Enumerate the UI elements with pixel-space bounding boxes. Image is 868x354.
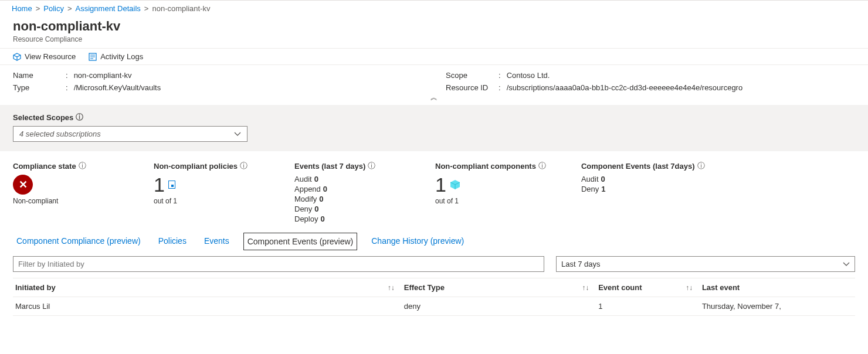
filter-period-value: Last 7 days: [561, 260, 601, 268]
stat-events7-header: Events (last 7 days): [294, 162, 365, 171]
td-effect-type: deny: [402, 297, 596, 315]
sort-icon: ↑↓: [388, 284, 395, 292]
component-cube-icon: [450, 179, 460, 190]
property-name-label: Name: [13, 71, 60, 80]
stat-events-7days: Events (last 7 days) ⓘ Audit0 Append0 Mo…: [294, 161, 400, 224]
stat-components-sub: out of 1: [435, 197, 546, 205]
stat-policies-header: Non-compliant policies: [154, 162, 238, 171]
filter-period-dropdown[interactable]: Last 7 days: [556, 256, 855, 272]
stat-components-value: 1: [435, 175, 446, 195]
property-type-value: /Microsoft.KeyVault/vaults: [74, 83, 161, 92]
chevron-down-icon: [234, 132, 241, 137]
stat-compliance-status: Non-compliant: [13, 197, 118, 205]
property-resource-id: Resource ID : /subscriptions/aaaa0a0a-bb…: [446, 83, 855, 92]
stat-policies-sub: out of 1: [154, 197, 259, 205]
property-name: Name : non-compliant-kv: [13, 71, 422, 80]
filter-initiated-by-input[interactable]: [13, 256, 544, 272]
stat-policies-value: 1: [154, 175, 165, 195]
title-block: non-compliant-kv Resource Compliance: [0, 16, 868, 48]
view-resource-button[interactable]: View Resource: [13, 52, 76, 61]
action-bar: View Resource Activity Logs: [0, 48, 868, 65]
info-icon[interactable]: ⓘ: [368, 161, 375, 171]
property-type: Type : /Microsoft.KeyVault/vaults: [13, 83, 422, 92]
stat-compliance-state: Compliance state ⓘ Non-compliant: [13, 161, 118, 224]
property-scope-value: Contoso Ltd.: [507, 71, 550, 80]
filter-row: Last 7 days: [0, 250, 868, 278]
selected-scopes-panel: Selected Scopes ⓘ 4 selected subscriptio…: [0, 105, 868, 151]
breadcrumb-policy[interactable]: Policy: [43, 4, 64, 13]
th-effect-type[interactable]: Effect Type↑↓: [402, 278, 596, 297]
info-icon[interactable]: ⓘ: [76, 112, 83, 122]
selected-scopes-value: 4 selected subscriptions: [19, 130, 101, 138]
stat-component-events-7days: Component Events (last 7days) ⓘ Audit0 D…: [581, 161, 705, 224]
td-initiated-by: Marcus Lil: [13, 297, 402, 315]
property-scope-label: Scope: [446, 71, 493, 80]
chevron-down-icon: [843, 262, 850, 267]
stats-row: Compliance state ⓘ Non-compliant Non-com…: [0, 151, 868, 229]
th-event-count[interactable]: Event count↑↓: [596, 278, 700, 297]
breadcrumb: Home > Policy > Assignment Details > non…: [0, 0, 868, 16]
property-scope: Scope : Contoso Ltd.: [446, 71, 855, 80]
activity-logs-button[interactable]: Activity Logs: [89, 52, 143, 61]
selected-scopes-dropdown[interactable]: 4 selected subscriptions: [13, 126, 247, 142]
collapse-toggle[interactable]: ︽: [430, 93, 438, 103]
info-icon[interactable]: ⓘ: [697, 161, 705, 171]
breadcrumb-assignment-details[interactable]: Assignment Details: [76, 4, 141, 13]
info-icon[interactable]: ⓘ: [538, 161, 546, 171]
view-resource-label: View Resource: [25, 52, 76, 61]
tab-component-events[interactable]: Component Events (preview): [243, 233, 358, 250]
th-initiated-by[interactable]: Initiated by↑↓: [13, 278, 402, 297]
td-event-count: 1: [596, 297, 700, 315]
tab-events[interactable]: Events: [201, 233, 233, 250]
chevron-right-icon: >: [67, 4, 72, 13]
policy-icon: [168, 181, 175, 189]
stat-compevents-header: Component Events (last 7days): [581, 162, 695, 171]
tab-policies[interactable]: Policies: [155, 233, 190, 250]
td-last-event: Thursday, November 7,: [700, 297, 855, 315]
page-subtitle: Resource Compliance: [13, 35, 855, 43]
th-last-event[interactable]: Last event: [700, 278, 855, 297]
info-icon[interactable]: ⓘ: [79, 161, 86, 171]
selected-scopes-title: Selected Scopes ⓘ: [13, 112, 83, 122]
breadcrumb-home[interactable]: Home: [12, 4, 32, 13]
properties-panel: Name : non-compliant-kv Type : /Microsof…: [0, 65, 868, 99]
tab-component-compliance[interactable]: Component Compliance (preview): [13, 233, 144, 250]
selected-scopes-label: Selected Scopes: [13, 113, 73, 122]
properties-left: Name : non-compliant-kv Type : /Microsof…: [13, 71, 422, 96]
property-resource-id-value: /subscriptions/aaaa0a0a-bb1b-cc2c-dd3d-e…: [507, 83, 743, 92]
stat-noncompliant-components: Non-compliant components ⓘ 1 out of 1: [435, 161, 546, 224]
sort-icon: ↑↓: [686, 284, 693, 292]
table-header-row: Initiated by↑↓ Effect Type↑↓ Event count…: [13, 278, 855, 297]
property-name-value: non-compliant-kv: [74, 71, 132, 80]
stat-compliance-header: Compliance state: [13, 162, 76, 171]
property-type-label: Type: [13, 83, 60, 92]
breadcrumb-current: non-compliant-kv: [152, 4, 210, 13]
stat-components-header: Non-compliant components: [435, 162, 536, 171]
chevron-right-icon: >: [144, 4, 149, 13]
info-icon[interactable]: ⓘ: [240, 161, 247, 171]
noncompliant-icon: [13, 175, 33, 195]
properties-right: Scope : Contoso Ltd. Resource ID : /subs…: [446, 71, 855, 96]
activity-logs-icon: [89, 53, 97, 61]
activity-logs-label: Activity Logs: [100, 52, 143, 61]
page-title: non-compliant-kv: [13, 19, 855, 34]
table-row[interactable]: Marcus Lil deny 1 Thursday, November 7,: [13, 297, 855, 316]
cube-outline-icon: [13, 53, 21, 61]
tab-change-history[interactable]: Change History (preview): [368, 233, 467, 250]
tabs: Component Compliance (preview) Policies …: [0, 229, 868, 250]
stat-noncompliant-policies: Non-compliant policies ⓘ 1 out of 1: [154, 161, 259, 224]
chevron-right-icon: >: [36, 4, 40, 13]
events-table: Initiated by↑↓ Effect Type↑↓ Event count…: [0, 278, 868, 316]
property-resource-id-label: Resource ID: [446, 83, 493, 92]
sort-icon: ↑↓: [582, 284, 589, 292]
